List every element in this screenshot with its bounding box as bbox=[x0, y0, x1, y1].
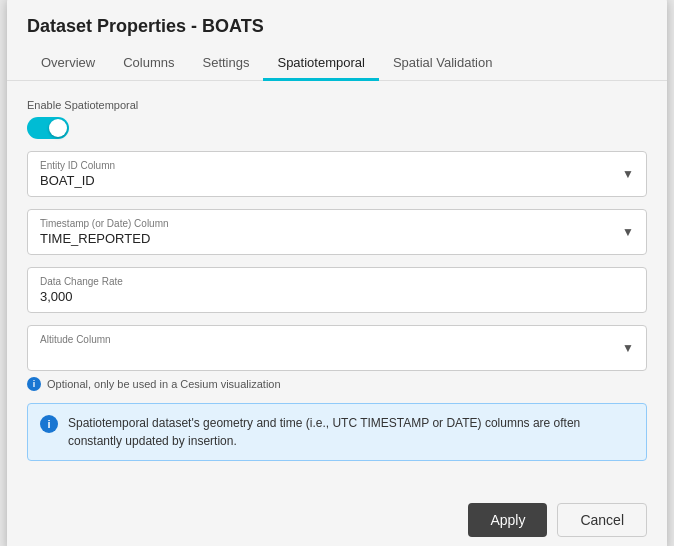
altitude-dropdown[interactable]: Altitude Column ▼ bbox=[27, 325, 647, 371]
cancel-button[interactable]: Cancel bbox=[557, 503, 647, 537]
altitude-value bbox=[40, 347, 634, 362]
data-change-rate-value: 3,000 bbox=[40, 289, 634, 304]
dialog-footer: Apply Cancel bbox=[7, 491, 667, 547]
dialog-title: Dataset Properties - BOATS bbox=[7, 0, 667, 47]
tab-overview[interactable]: Overview bbox=[27, 47, 109, 81]
tab-settings[interactable]: Settings bbox=[188, 47, 263, 81]
altitude-hint-text: Optional, only be used in a Cesium visua… bbox=[47, 378, 281, 390]
data-change-rate-label: Data Change Rate bbox=[40, 276, 634, 287]
dialog-body: Enable Spatiotemporal Entity ID Column B… bbox=[7, 81, 667, 491]
entity-id-dropdown[interactable]: Entity ID Column BOAT_ID ▼ bbox=[27, 151, 647, 197]
toggle-knob bbox=[49, 119, 67, 137]
data-change-rate-field[interactable]: Data Change Rate 3,000 bbox=[27, 267, 647, 313]
dataset-properties-dialog: Dataset Properties - BOATS Overview Colu… bbox=[7, 0, 667, 546]
altitude-label: Altitude Column bbox=[40, 334, 634, 345]
tab-columns[interactable]: Columns bbox=[109, 47, 188, 81]
timestamp-label: Timestamp (or Date) Column bbox=[40, 218, 634, 229]
tab-bar: Overview Columns Settings Spatiotemporal… bbox=[7, 47, 667, 81]
tab-spatial-validation[interactable]: Spatial Validation bbox=[379, 47, 507, 81]
timestamp-dropdown[interactable]: Timestamp (or Date) Column TIME_REPORTED… bbox=[27, 209, 647, 255]
entity-id-arrow-icon: ▼ bbox=[622, 167, 634, 181]
timestamp-value: TIME_REPORTED bbox=[40, 231, 634, 246]
enable-spatiotemporal-toggle[interactable] bbox=[27, 117, 69, 139]
info-box-icon: i bbox=[40, 415, 58, 433]
apply-button[interactable]: Apply bbox=[468, 503, 547, 537]
altitude-hint-icon: i bbox=[27, 377, 41, 391]
tab-spatiotemporal[interactable]: Spatiotemporal bbox=[263, 47, 378, 81]
altitude-hint-row: i Optional, only be used in a Cesium vis… bbox=[27, 377, 647, 391]
entity-id-value: BOAT_ID bbox=[40, 173, 634, 188]
enable-spatiotemporal-row: Enable Spatiotemporal bbox=[27, 99, 647, 139]
entity-id-label: Entity ID Column bbox=[40, 160, 634, 171]
info-box-text: Spatiotemporal dataset's geometry and ti… bbox=[68, 414, 634, 450]
enable-spatiotemporal-label: Enable Spatiotemporal bbox=[27, 99, 647, 111]
info-box: i Spatiotemporal dataset's geometry and … bbox=[27, 403, 647, 461]
timestamp-arrow-icon: ▼ bbox=[622, 225, 634, 239]
altitude-arrow-icon: ▼ bbox=[622, 341, 634, 355]
